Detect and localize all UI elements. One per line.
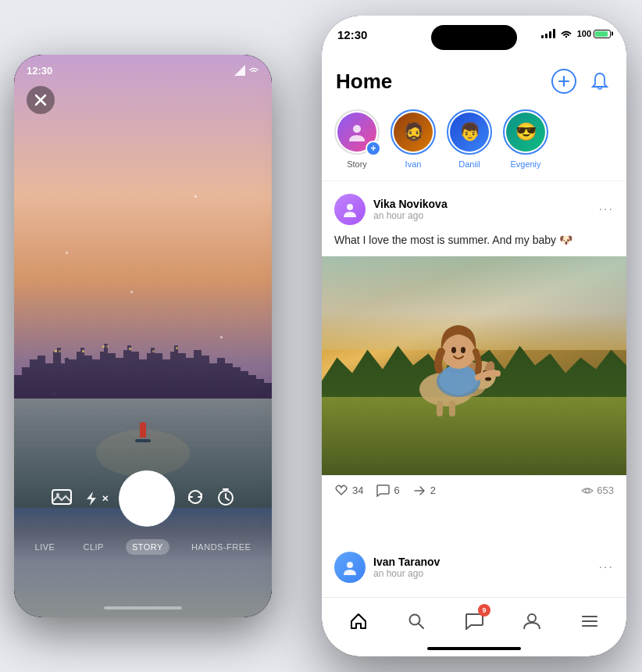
flash-icon bbox=[83, 490, 100, 507]
ivan-story-ring: 🧔 bbox=[391, 109, 436, 155]
my-story-avatar-wrap: + bbox=[334, 109, 380, 155]
notification-button[interactable] bbox=[587, 69, 612, 94]
android-status-bar: 12:30 bbox=[14, 55, 272, 80]
mode-story[interactable]: STORY bbox=[126, 539, 169, 555]
gallery-button[interactable] bbox=[51, 486, 73, 511]
vika-avatar-icon bbox=[342, 202, 358, 217]
android-status-icons bbox=[234, 65, 259, 76]
evgeniy-avatar-wrap: 😎 bbox=[503, 109, 548, 155]
story-item-daniil[interactable]: 👦 Daniil bbox=[447, 109, 492, 174]
ios-status-icons: 100 bbox=[541, 28, 611, 39]
timer-icon bbox=[216, 487, 236, 507]
cellular-signal-icon bbox=[541, 29, 555, 38]
post1-menu-button[interactable]: ··· bbox=[599, 202, 614, 216]
daniil-avatar-wrap: 👦 bbox=[447, 109, 492, 155]
story-item-evgeniy[interactable]: 😎 Evgeniy bbox=[503, 109, 548, 174]
story-item-ivan[interactable]: 🧔 Ivan bbox=[391, 109, 436, 174]
svg-point-38 bbox=[451, 347, 456, 353]
ios-home-bar bbox=[427, 647, 521, 650]
my-story-label: Story bbox=[347, 159, 367, 169]
android-phone: 12:30 bbox=[14, 55, 272, 617]
flash-button[interactable]: ✕ bbox=[83, 490, 109, 507]
views-icon bbox=[581, 486, 594, 495]
svg-rect-4 bbox=[106, 345, 109, 348]
comment-count: 6 bbox=[394, 484, 399, 496]
post2-avatar bbox=[334, 552, 366, 583]
woman-dog-illustration bbox=[388, 303, 560, 428]
flash-off-label: ✕ bbox=[102, 494, 109, 504]
battery-icon: 100 bbox=[577, 29, 611, 38]
home-header: Home bbox=[322, 59, 626, 103]
views-number: 653 bbox=[597, 484, 614, 496]
mode-clip[interactable]: CLIP bbox=[77, 539, 109, 555]
share-count: 2 bbox=[430, 484, 436, 496]
post2-author-info: Ivan Taranov an hour ago bbox=[373, 556, 440, 579]
svg-point-40 bbox=[586, 488, 590, 492]
share-button[interactable]: 2 bbox=[412, 484, 436, 498]
post1-actions: 34 6 2 bbox=[322, 475, 626, 506]
feed-post-2: Ivan Taranov an hour ago ··· bbox=[322, 542, 626, 588]
nav-menu[interactable] bbox=[570, 604, 609, 638]
camera-mode-tabs: LIVE CLIP STORY HANDS-FREE bbox=[14, 539, 272, 555]
svg-marker-13 bbox=[234, 65, 245, 76]
flip-camera-icon bbox=[185, 487, 205, 507]
wifi-status-icon bbox=[560, 28, 572, 39]
ivan-avatar-wrap: 🧔 bbox=[391, 109, 436, 155]
nav-search[interactable] bbox=[397, 604, 436, 638]
post2-author: Ivan Taranov an hour ago bbox=[334, 552, 440, 583]
comment-button[interactable]: 6 bbox=[376, 484, 399, 498]
share-icon bbox=[412, 484, 426, 498]
android-screen: 12:30 bbox=[14, 55, 272, 617]
svg-point-44 bbox=[528, 614, 536, 622]
android-home-indicator bbox=[104, 606, 182, 609]
heart-icon bbox=[334, 484, 348, 498]
buildings-silhouette bbox=[14, 336, 272, 399]
camera-controls: ✕ bbox=[14, 470, 272, 555]
add-story-button[interactable]: + bbox=[366, 141, 381, 156]
scene: 12:30 bbox=[0, 0, 642, 672]
evgeniy-story-ring: 😎 bbox=[503, 109, 548, 155]
svg-rect-2 bbox=[82, 350, 84, 352]
add-button[interactable] bbox=[551, 69, 576, 94]
svg-rect-6 bbox=[152, 350, 155, 352]
close-button[interactable] bbox=[27, 86, 55, 114]
close-icon bbox=[34, 94, 47, 106]
ivan-avatar: 🧔 bbox=[394, 113, 433, 152]
story-item-my[interactable]: + Story bbox=[334, 109, 380, 174]
svg-rect-16 bbox=[52, 490, 71, 504]
mode-live[interactable]: LIVE bbox=[29, 539, 62, 555]
svg-point-24 bbox=[353, 125, 361, 133]
post2-menu-button[interactable]: ··· bbox=[599, 560, 614, 574]
svg-rect-34 bbox=[437, 401, 443, 416]
shutter-button[interactable] bbox=[119, 470, 175, 527]
stories-row: + Story 🧔 Ivan bbox=[322, 103, 626, 181]
daniil-story-label: Daniil bbox=[458, 159, 480, 169]
post1-author-info: Vika Novikova an hour ago bbox=[373, 198, 448, 221]
dynamic-island bbox=[431, 25, 517, 50]
mode-hands-free[interactable]: HANDS-FREE bbox=[185, 539, 258, 555]
svg-line-20 bbox=[226, 498, 229, 500]
timer-button[interactable] bbox=[216, 487, 236, 510]
post1-header: Vika Novikova an hour ago ··· bbox=[322, 184, 626, 230]
daniil-avatar: 👦 bbox=[450, 113, 489, 152]
nav-home[interactable] bbox=[339, 604, 378, 638]
svg-point-39 bbox=[461, 347, 465, 353]
nav-profile[interactable] bbox=[512, 604, 551, 638]
ios-phone: 12:30 bbox=[322, 16, 626, 656]
nav-messages[interactable]: 9 bbox=[455, 604, 494, 638]
home-nav-icon bbox=[349, 612, 368, 631]
like-count: 34 bbox=[352, 484, 363, 496]
comment-icon bbox=[376, 484, 390, 498]
add-icon bbox=[558, 75, 570, 88]
svg-rect-5 bbox=[129, 348, 131, 350]
svg-rect-1 bbox=[59, 350, 61, 352]
feed-post-1: Vika Novikova an hour ago ··· What I lov… bbox=[322, 184, 626, 506]
post2-time: an hour ago bbox=[373, 568, 440, 579]
ios-screen: 12:30 bbox=[322, 16, 626, 656]
page-title: Home bbox=[336, 70, 392, 94]
like-button[interactable]: 34 bbox=[334, 484, 363, 498]
search-nav-icon bbox=[408, 613, 425, 630]
flip-camera-button[interactable] bbox=[185, 487, 205, 510]
post1-image bbox=[322, 256, 626, 475]
wifi-icon bbox=[248, 66, 259, 75]
